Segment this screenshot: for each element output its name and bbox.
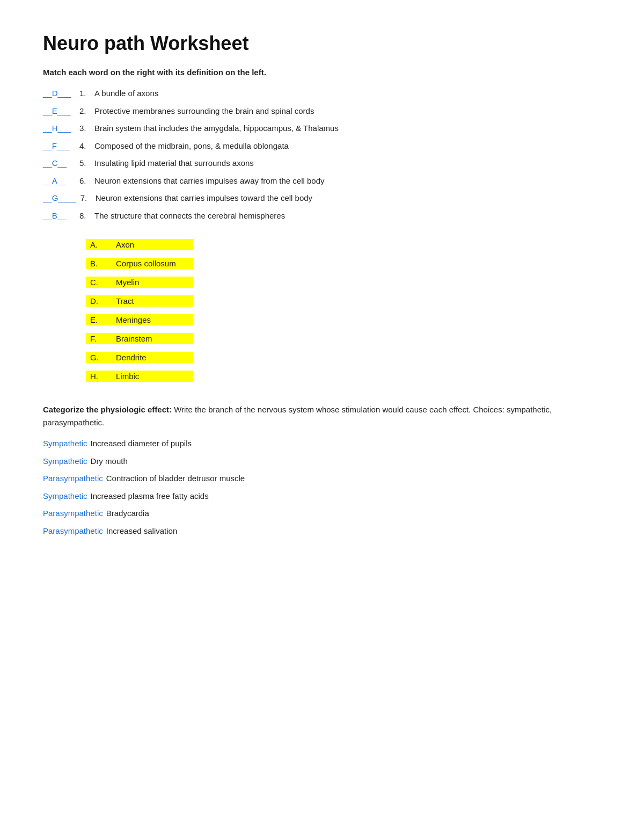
definition-text: A bundle of axons — [94, 88, 601, 100]
answer-blank: __E___ — [43, 105, 75, 118]
vocab-term: Brainstem — [107, 333, 193, 344]
vocab-item: F.Brainstem — [86, 333, 601, 344]
vocab-term: Myelin — [107, 277, 193, 288]
vocab-letter: G. — [86, 352, 107, 363]
vocab-letter: C. — [86, 277, 107, 288]
effect-item: SympatheticIncreased diameter of pupils — [43, 438, 601, 450]
definition-text: Neuron extensions that carries impulses … — [96, 192, 601, 205]
answer-blank: __C__ — [43, 157, 75, 170]
item-number: 3. — [79, 122, 94, 135]
vocab-letter: D. — [86, 295, 107, 307]
effect-description: Increased diameter of pupils — [91, 438, 192, 450]
effect-answer: Parasympathetic — [43, 473, 103, 485]
vocab-section: A.AxonB.Corpus collosumC.MyelinD.TractE.… — [86, 239, 601, 382]
definition-text: Composed of the midbrain, pons, & medull… — [94, 140, 601, 153]
matching-item: __C__5.Insulating lipid material that su… — [43, 157, 601, 170]
vocab-term: Dendrite — [107, 352, 193, 363]
definition-text: Neuron extensions that carries impulses … — [94, 175, 601, 187]
effect-description: Contraction of bladder detrusor muscle — [106, 473, 245, 485]
item-number: 5. — [79, 157, 94, 170]
vocab-letter: E. — [86, 314, 107, 325]
answer-blank: __F___ — [43, 140, 75, 153]
effect-item: ParasympatheticContraction of bladder de… — [43, 473, 601, 485]
answer-blank: __A__ — [43, 175, 75, 187]
vocab-letter: A. — [86, 239, 107, 250]
vocab-term: Meninges — [107, 314, 193, 325]
effect-item: SympatheticDry mouth — [43, 455, 601, 468]
effect-description: Bradycardia — [106, 507, 149, 520]
effect-answer: Parasympathetic — [43, 525, 103, 538]
categorize-section: Categorize the physiologic effect: Write… — [43, 403, 601, 537]
effect-description: Increased plasma free fatty acids — [91, 490, 209, 503]
vocab-item: G.Dendrite — [86, 352, 601, 363]
vocab-item: E.Meninges — [86, 314, 601, 325]
matching-item: __B__8.The structure that connects the c… — [43, 210, 601, 222]
effect-item: ParasympatheticBradycardia — [43, 507, 601, 520]
effect-description: Dry mouth — [91, 455, 128, 468]
effect-item: SympatheticIncreased plasma free fatty a… — [43, 490, 601, 503]
vocab-item: D.Tract — [86, 295, 601, 307]
matching-item: __F___4.Composed of the midbrain, pons, … — [43, 140, 601, 153]
item-number: 1. — [79, 88, 94, 100]
vocab-term: Axon — [107, 239, 193, 250]
instructions: Match each word on the right with its de… — [43, 68, 601, 77]
definition-text: Brain system that includes the amygdala,… — [94, 122, 601, 135]
effect-item: ParasympatheticIncreased salivation — [43, 525, 601, 538]
page-title: Neuro path Worksheet — [43, 32, 601, 55]
answer-blank: __D___ — [43, 88, 75, 100]
effect-answer: Sympathetic — [43, 438, 87, 450]
definition-text: Protective membranes surrounding the bra… — [94, 105, 601, 118]
vocab-item: H.Limbic — [86, 371, 601, 382]
vocab-letter: H. — [86, 371, 107, 382]
matching-item: __H___3.Brain system that includes the a… — [43, 122, 601, 135]
vocab-letter: B. — [86, 258, 107, 269]
definition-text: The structure that connects the cerebral… — [94, 210, 601, 222]
definition-text: Insulating lipid material that surrounds… — [94, 157, 601, 170]
matching-item: __D___1.A bundle of axons — [43, 88, 601, 100]
categorize-instructions: Categorize the physiologic effect: Write… — [43, 403, 601, 429]
item-number: 2. — [79, 105, 94, 118]
effects-list: SympatheticIncreased diameter of pupilsS… — [43, 438, 601, 537]
item-number: 6. — [79, 175, 94, 187]
answer-blank: __H___ — [43, 122, 75, 135]
item-number: 8. — [79, 210, 94, 222]
vocab-term: Limbic — [107, 371, 193, 382]
categorize-bold: Categorize the physiologic effect: — [43, 405, 172, 414]
effect-answer: Parasympathetic — [43, 507, 103, 520]
matching-item: __G____7.Neuron extensions that carries … — [43, 192, 601, 205]
answer-blank: __B__ — [43, 210, 75, 222]
matching-item: __E___2.Protective membranes surrounding… — [43, 105, 601, 118]
vocab-term: Tract — [107, 295, 193, 307]
item-number: 4. — [79, 140, 94, 153]
vocab-item: B.Corpus collosum — [86, 258, 601, 269]
answer-blank: __G____ — [43, 192, 76, 205]
vocab-term: Corpus collosum — [107, 258, 193, 269]
matching-list: __D___1.A bundle of axons__E___2.Protect… — [43, 88, 601, 222]
item-number: 7. — [80, 192, 96, 205]
vocab-letter: F. — [86, 333, 107, 344]
effect-answer: Sympathetic — [43, 490, 87, 503]
matching-item: __A__6.Neuron extensions that carries im… — [43, 175, 601, 187]
effect-description: Increased salivation — [106, 525, 178, 538]
vocab-item: C.Myelin — [86, 277, 601, 288]
effect-answer: Sympathetic — [43, 455, 87, 468]
vocab-item: A.Axon — [86, 239, 601, 250]
